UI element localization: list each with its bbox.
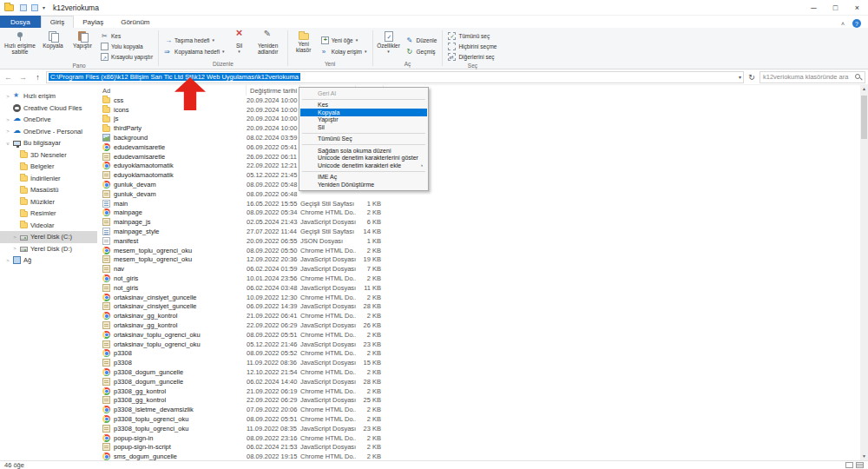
qat-new-folder-icon[interactable]: [31, 4, 38, 11]
file-row[interactable]: p3308_gg_kontrol 22.09.2022 06:29 JavaSc…: [97, 396, 860, 406]
file-row[interactable]: eduyoklamaotomatik 22.09.2022 12:21: [97, 162, 860, 171]
file-row[interactable]: ortaksinav_toplu_ogrenci_oku 05.12.2022 …: [97, 340, 860, 349]
sidebar-item[interactable]: Resimler: [0, 208, 97, 220]
context-menu-item[interactable]: Kes: [300, 102, 427, 109]
sidebar-item[interactable]: Masaüstü: [0, 184, 97, 196]
ribbon-tab[interactable]: Giriş: [41, 16, 74, 28]
scrollbar-thumb[interactable]: [861, 96, 867, 139]
column-header-date[interactable]: Değiştirme tarihi: [247, 85, 300, 96]
file-row[interactable]: ortaksinav_gg_kontrol 22.09.2022 06:29 J…: [97, 320, 860, 330]
file-row[interactable]: manifest 20.09.2022 06:55 JSON Dosyası 1…: [97, 236, 860, 246]
context-menu-item[interactable]: Yapıştır: [300, 116, 427, 124]
sidebar-item[interactable]: Creative Cloud Files: [0, 102, 97, 115]
file-row[interactable]: ortaksinav_cinsiyet_guncelle 10.09.2022 …: [97, 293, 860, 302]
sidebar-item[interactable]: Belgeler: [0, 161, 97, 173]
context-menu-item[interactable]: Kopyala: [300, 109, 427, 116]
refresh-icon[interactable]: ↻: [746, 71, 758, 83]
cut-button[interactable]: Kes: [98, 31, 155, 41]
context-menu-item[interactable]: Tümünü Seç: [300, 135, 427, 143]
file-row[interactable]: icons 20.09.2024 10:00: [97, 105, 860, 115]
properties-button[interactable]: Özellikler ▾: [376, 29, 402, 60]
invert-selection-button[interactable]: Diğerlerini seç: [445, 52, 499, 62]
copy-button[interactable]: Kopyala: [39, 29, 67, 62]
file-row[interactable]: ortaksinav_toplu_ogrenci_oku 08.09.2022 …: [97, 330, 860, 340]
select-none-button[interactable]: Hiçbirini seçme: [445, 42, 499, 51]
sidebar-item[interactable]: > Ağ: [0, 254, 97, 267]
sidebar-item[interactable]: > OneDrive: [0, 114, 97, 126]
maximize-button[interactable]: □: [825, 0, 846, 15]
file-row[interactable]: mainpage 08.09.2022 05:34 Chrome HTML Do…: [97, 208, 860, 218]
context-menu-item[interactable]: IME Aç: [300, 174, 427, 182]
ribbon-tab[interactable]: Görünüm: [112, 16, 158, 28]
sidebar-item[interactable]: > Yerel Disk (C:): [0, 231, 97, 243]
sidebar-item[interactable]: 3D Nesneler: [0, 149, 97, 162]
address-dropdown-icon[interactable]: ▾: [739, 74, 741, 80]
scroll-down-icon[interactable]: ▼: [860, 452, 868, 460]
context-menu-item[interactable]: Yeniden Dönüştürme: [300, 181, 427, 188]
file-row[interactable]: main 16.05.2022 15:55 Geçişli Stil Sayfa…: [97, 199, 860, 208]
file-row[interactable]: mesem_toplu_ogrenci_oku 08.09.2022 05:50…: [97, 246, 860, 255]
new-item-button[interactable]: Yeni öğe ▾: [319, 36, 370, 45]
paste-button[interactable]: Yapıştır: [69, 29, 96, 62]
file-row[interactable]: sms_dogum_guncelle 08.09.2022 19:15 Chro…: [97, 452, 860, 460]
help-icon[interactable]: ?: [852, 19, 861, 28]
file-row[interactable]: ortaksinav_cinsiyet_guncelle 06.09.2022 …: [97, 302, 860, 312]
file-row[interactable]: eduyoklamaotomatik 05.12.2022 21:45: [97, 170, 860, 180]
forward-button[interactable]: →: [16, 71, 30, 83]
easy-access-button[interactable]: Kolay erişim ▾: [319, 47, 370, 56]
scroll-up-icon[interactable]: ▲: [860, 85, 868, 93]
large-icons-view-icon[interactable]: [856, 462, 864, 468]
collapse-ribbon-icon[interactable]: ˄: [841, 21, 845, 27]
search-input[interactable]: k12veriokuma klasöründe ara: [760, 71, 865, 83]
copy-path-button[interactable]: Yolu kopyala: [98, 42, 155, 51]
file-row[interactable]: not_giris 10.01.2024 23:56 Chrome HTML D…: [97, 274, 860, 283]
context-menu-item[interactable]: Unicode denetim karakteri ekle ›: [300, 162, 427, 169]
file-row[interactable]: p3308 08.09.2022 05:52 Chrome HTML Do...…: [97, 349, 860, 359]
context-menu-item[interactable]: Unicode denetim karakterlerini göster: [300, 155, 427, 162]
expander-icon[interactable]: >: [5, 129, 10, 134]
file-row[interactable]: edudevamisaretle 06.09.2022 05:41: [97, 142, 860, 152]
file-row[interactable]: mainpage_style 27.07.2022 11:44 Geçişli …: [97, 227, 860, 236]
context-menu-item[interactable]: Geri Al: [300, 89, 427, 97]
expander-icon[interactable]: >: [12, 246, 17, 251]
edit-button[interactable]: Düzenle: [404, 36, 440, 45]
ribbon-tab[interactable]: Paylaş: [74, 16, 112, 28]
file-row[interactable]: thirdParty 20.09.2024 10:00: [97, 123, 860, 133]
paste-shortcut-button[interactable]: Kısayolu yapıştır: [98, 52, 155, 62]
file-row[interactable]: ortaksinav_gg_kontrol 21.09.2022 06:41 C…: [97, 311, 860, 320]
rename-button[interactable]: Yeniden adlandır: [252, 29, 285, 60]
file-row[interactable]: mainpage_js 02.05.2024 21:43 JavaScript …: [97, 217, 860, 227]
file-row[interactable]: p3308_dogum_guncelle 06.02.2024 14:40 Ja…: [97, 377, 860, 386]
file-row[interactable]: p3308_dogum_guncelle 12.10.2022 21:54 Ch…: [97, 367, 860, 377]
delete-button[interactable]: Sil ▾: [229, 29, 250, 60]
file-row[interactable]: p3308 11.09.2022 08:36 JavaScript Dosyas…: [97, 358, 860, 367]
expander-icon[interactable]: >: [5, 117, 10, 122]
tab-file[interactable]: Dosya: [0, 16, 41, 28]
sidebar-item[interactable]: > OneDrive - Personal: [0, 126, 97, 138]
expander-icon[interactable]: v: [5, 141, 10, 146]
up-button[interactable]: ↑: [31, 71, 44, 83]
new-folder-button[interactable]: Yeni klasör: [291, 29, 317, 60]
close-button[interactable]: ×: [846, 0, 868, 15]
file-row[interactable]: p3308_isletme_devamsizlik 07.09.2022 20:…: [97, 405, 860, 414]
sidebar-item[interactable]: İndirilenler: [0, 173, 97, 185]
sidebar-item[interactable]: Müzikler: [0, 196, 97, 208]
file-row[interactable]: gunluk_devam 08.09.2022 05:48: [97, 180, 860, 189]
sidebar-item[interactable]: Videolar: [0, 220, 97, 232]
qat-properties-icon[interactable]: [20, 4, 27, 11]
file-row[interactable]: nav 06.02.2024 01:59 JavaScript Dosyası …: [97, 264, 860, 274]
expander-icon[interactable]: >: [5, 258, 10, 263]
file-row[interactable]: popup-sign-in 08.09.2022 23:16 Chrome HT…: [97, 433, 860, 443]
file-row[interactable]: p3308_toplu_ogrenci_oku 08.09.2022 05:51…: [97, 414, 860, 424]
details-view-icon[interactable]: [845, 462, 853, 468]
file-row[interactable]: p3308_toplu_ogrenci_oku 11.09.2022 08:35…: [97, 424, 860, 433]
minimize-button[interactable]: ─: [803, 0, 825, 15]
file-row[interactable]: background 08.02.2024 03:59: [97, 133, 860, 142]
address-input[interactable]: C:\Program Files (x86)\k12 Bilişim San T…: [46, 71, 744, 83]
back-button[interactable]: ←: [2, 71, 15, 83]
file-row[interactable]: not_giris 06.02.2024 03:48 JavaScript Do…: [97, 283, 860, 293]
expander-icon[interactable]: >: [5, 94, 10, 99]
sidebar-item[interactable]: > Yerel Disk (D:): [0, 243, 97, 255]
file-row[interactable]: mesem_toplu_ogrenci_oku 12.09.2022 20:36…: [97, 255, 860, 265]
context-menu-item[interactable]: Sağdan sola okuma düzeni: [300, 147, 427, 155]
